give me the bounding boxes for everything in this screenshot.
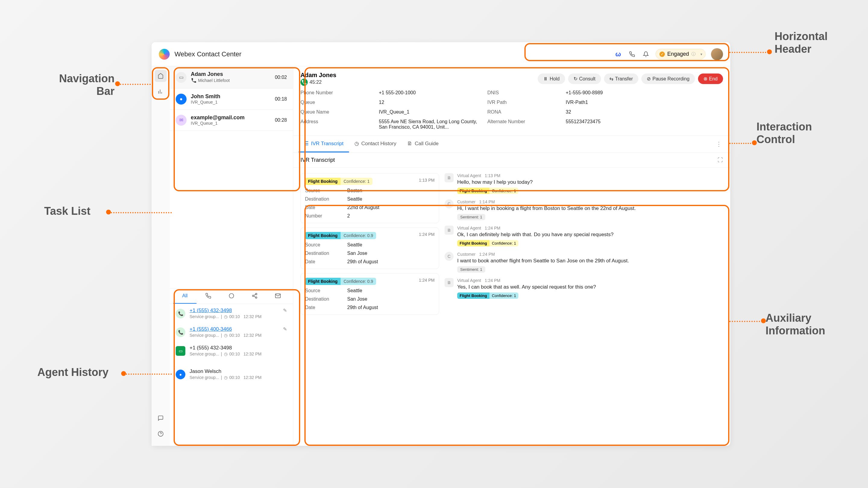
card-time: 1:24 PM xyxy=(419,278,435,283)
more-options-icon[interactable]: ⋮ xyxy=(716,140,725,148)
history-title[interactable]: +1 (555) 432-3498 xyxy=(190,307,279,314)
interaction-control: Adam Jones 45:22 ⏸Hold ↻Consult ⇆Transfe… xyxy=(293,66,730,135)
virtual-agent-icon: 🗎 xyxy=(444,278,454,287)
app-logo-icon xyxy=(159,49,170,60)
contact-card-icon: ▭ xyxy=(176,72,187,83)
history-title: Jason Welsch xyxy=(190,368,287,375)
agent-status-dropdown[interactable]: ✓ Engaged ⓘ ▾ xyxy=(655,49,706,59)
callout-label-agent: Agent History xyxy=(18,366,108,379)
nav-help-icon[interactable] xyxy=(155,428,167,440)
message-header: Customer1:14 PM xyxy=(457,199,723,204)
list-icon: ☰ xyxy=(304,140,309,147)
intent-chip: Flight BookingConfidence: 0.9 xyxy=(305,232,376,239)
svg-point-3 xyxy=(252,295,254,296)
task-timer: 00:18 xyxy=(275,96,287,102)
task-timer: 00:28 xyxy=(275,118,287,123)
history-type-icon: ▭ xyxy=(176,346,185,356)
chat-icon: ● xyxy=(176,94,187,104)
transcript-message: C Customer1:24 PM I want to book another… xyxy=(444,252,723,272)
history-item[interactable]: ● Jason Welsch Service group...|◷00:1012… xyxy=(170,365,293,384)
customer-icon: C xyxy=(444,199,454,208)
history-tab-all[interactable]: All xyxy=(173,289,196,304)
history-tab-mail[interactable] xyxy=(266,289,289,304)
tab-call-guide[interactable]: 🗎Call Guide xyxy=(402,136,444,153)
header-actions: ω ✓ Engaged ⓘ ▾ xyxy=(614,48,723,60)
user-avatar[interactable] xyxy=(711,48,723,60)
horizontal-header: Webex Contact Center ω ✓ Engaged ⓘ ▾ xyxy=(152,42,730,66)
history-tab-phone[interactable] xyxy=(196,289,220,304)
transcript-message: 🗎 Virtual Agent1:24 PM Yes, I can book t… xyxy=(444,278,723,299)
callout-label-interaction: Interaction Control xyxy=(756,121,835,146)
virtual-agent-icon: 🗎 xyxy=(444,173,454,182)
call-timer: 45:22 xyxy=(301,78,341,86)
history-tab-social[interactable] xyxy=(243,289,266,304)
task-sub: IVR_Queue_1 xyxy=(191,100,271,104)
status-check-icon: ✓ xyxy=(659,52,665,57)
pause-recording-button[interactable]: ⊘Pause Recording xyxy=(641,73,695,84)
sentiment-chip: Sentiment: 1 xyxy=(457,266,485,272)
person-icon: ⇆ xyxy=(610,76,613,82)
aux-tabs: ☰IVR Transcript ◷Contact History 🗎Call G… xyxy=(293,135,730,153)
tab-contact-history[interactable]: ◷Contact History xyxy=(349,135,402,153)
pause-icon: ⏸ xyxy=(543,76,548,82)
history-type-icon: 📞 xyxy=(176,327,185,337)
history-meta: Service group...|◷00:1012:32 PM xyxy=(190,375,287,380)
app-title: Webex Contact Center xyxy=(175,50,614,58)
customer-icon: C xyxy=(444,252,454,261)
history-meta: Service group...|◷00:1012:32 PM xyxy=(190,352,287,356)
edit-icon[interactable]: ✎ xyxy=(283,326,287,332)
history-item[interactable]: 📞 +1 (555) 400-3466 Service group...|◷00… xyxy=(170,323,293,341)
main-content: Adam Jones 45:22 ⏸Hold ↻Consult ⇆Transfe… xyxy=(293,66,730,446)
history-tabs: All xyxy=(170,289,293,304)
ivr-card: 1:24 PM Flight BookingConfidence: 0.9 So… xyxy=(301,227,439,269)
end-button[interactable]: ⊗End xyxy=(698,73,723,84)
history-title[interactable]: +1 (555) 400-3466 xyxy=(190,326,279,332)
task-name: John Smith xyxy=(191,93,271,100)
task-sub: Michael Littlefoot xyxy=(191,77,271,84)
message-header: Virtual Agent1:24 PM xyxy=(457,226,723,230)
message-text: Yes, I can book that as well. Any specia… xyxy=(457,284,723,290)
record-icon: ⊘ xyxy=(647,76,651,82)
edit-icon[interactable]: ✎ xyxy=(283,307,287,313)
refresh-icon: ↻ xyxy=(574,76,578,82)
history-item[interactable]: 📞 +1 (555) 432-3498 Service group...|◷00… xyxy=(170,304,293,323)
task-item[interactable]: ✉ example@gmail.com IVR_Queue_1 00:28 xyxy=(170,110,293,131)
ivr-card: 1:13 PM Flight BookingConfidence: 1 Sour… xyxy=(301,173,439,223)
message-text: Ok, I can definitely help with that. Do … xyxy=(457,232,723,238)
nav-chat-icon[interactable] xyxy=(155,412,167,424)
app-window: Webex Contact Center ω ✓ Engaged ⓘ ▾ xyxy=(152,42,730,446)
intent-chip: Flight BookingConfidence: 1 xyxy=(305,178,373,185)
phone-active-icon xyxy=(301,78,308,86)
history-tab-chat[interactable] xyxy=(220,289,243,304)
doc-icon: 🗎 xyxy=(407,141,412,147)
nav-home[interactable] xyxy=(155,70,167,82)
ivr-card: 1:24 PM Flight BookingConfidence: 0.9 So… xyxy=(301,273,439,315)
hold-button[interactable]: ⏸Hold xyxy=(538,73,565,84)
message-text: Hi, I want help in booking a flight from… xyxy=(457,205,723,212)
task-name: Adam Jones xyxy=(191,71,271,77)
history-item[interactable]: ▭ +1 (555) 432-3498 Service group...|◷00… xyxy=(170,341,293,365)
message-text: I want to book another flight from Seatt… xyxy=(457,258,723,264)
webex-icon[interactable]: ω xyxy=(614,50,622,59)
intent-chip: Flight BookingConfidence: 1 xyxy=(457,188,518,194)
status-label: Engaged xyxy=(667,51,689,57)
task-list: ▭ Adam Jones Michael Littlefoot 00:02 ● … xyxy=(170,66,293,131)
contact-name: Adam Jones xyxy=(301,72,336,78)
consult-button[interactable]: ↻Consult xyxy=(568,73,601,84)
transfer-button[interactable]: ⇆Transfer xyxy=(604,73,638,84)
dial-icon[interactable] xyxy=(628,50,636,59)
tab-ivr-transcript[interactable]: ☰IVR Transcript xyxy=(299,135,349,153)
bell-icon[interactable] xyxy=(642,50,650,59)
navigation-bar xyxy=(152,66,170,446)
transcript-message: 🗎 Virtual Agent1:13 PM Hello, how may I … xyxy=(444,173,723,194)
nav-analytics[interactable] xyxy=(155,86,167,98)
task-item[interactable]: ● John Smith IVR_Queue_1 00:18 xyxy=(170,89,293,110)
interaction-details: Phone Number+1 555-200-1000 DNIS+1-555-9… xyxy=(301,90,723,130)
svg-point-2 xyxy=(255,293,257,295)
task-item[interactable]: ▭ Adam Jones Michael Littlefoot 00:02 xyxy=(170,66,293,89)
mail-icon: ✉ xyxy=(176,115,187,126)
virtual-agent-icon: 🗎 xyxy=(444,226,454,235)
task-name: example@gmail.com xyxy=(191,115,271,121)
expand-icon[interactable]: ⛶ xyxy=(718,157,723,163)
agent-history: All 📞 +1 (555) 432-3498 Service group...… xyxy=(170,288,293,446)
